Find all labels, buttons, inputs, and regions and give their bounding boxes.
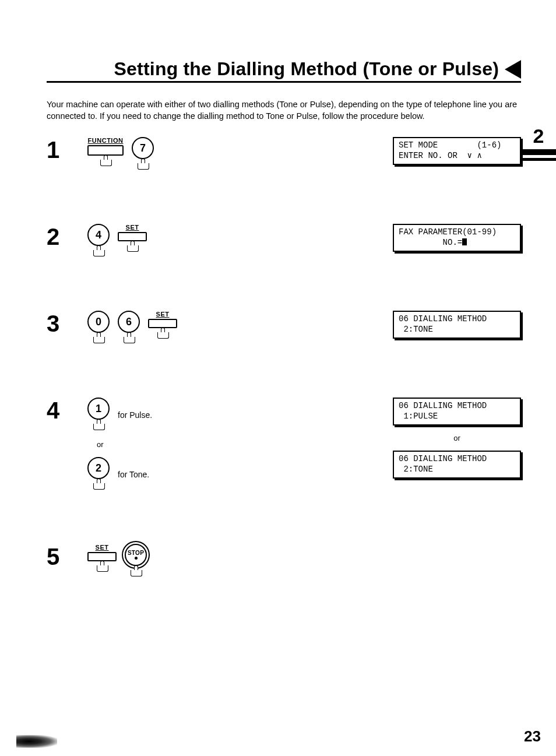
or-label: or bbox=[393, 434, 521, 442]
press-icon bbox=[92, 248, 105, 258]
stop-button: STOP bbox=[125, 544, 147, 578]
scan-artifact-icon bbox=[16, 735, 57, 748]
lcd-line: 06 DIALLING METHOD bbox=[399, 454, 487, 463]
page-title: Setting the Dialling Method (Tone or Pul… bbox=[114, 58, 499, 80]
press-icon bbox=[92, 421, 105, 432]
lcd-line: FAX PARAMETER(01-99) bbox=[399, 227, 497, 237]
chapter-tab: 2 bbox=[521, 126, 556, 161]
section-marker-icon bbox=[505, 60, 521, 79]
press-icon bbox=[156, 330, 170, 340]
set-button: SET bbox=[148, 311, 177, 340]
press-icon bbox=[125, 243, 139, 254]
set-button-label: SET bbox=[96, 544, 109, 551]
set-button: SET bbox=[118, 224, 147, 254]
lcd-line: SET MODE (1-6) bbox=[399, 140, 501, 150]
keypad-digit: 4 bbox=[87, 224, 110, 246]
keypad-2: 2 bbox=[87, 457, 110, 491]
step-3: 3 0 6 SET 06 DIALLING METHOD 2:TONE bbox=[47, 311, 521, 345]
lcd-line: 1:PULSE bbox=[399, 412, 438, 421]
keypad-1: 1 bbox=[87, 398, 110, 432]
step-2: 2 4 SET FAX PARAMETER(01-99) NO.= bbox=[47, 224, 521, 258]
press-icon bbox=[122, 335, 136, 345]
stop-button-label: STOP bbox=[128, 550, 144, 556]
set-button: SET bbox=[87, 544, 117, 574]
keypad-digit: 0 bbox=[87, 311, 110, 333]
intro-paragraph: Your machine can operate with either of … bbox=[47, 99, 521, 122]
step-4: 4 1 for Pulse. or 2 for Tone. bbox=[47, 398, 521, 491]
step-number: 5 bbox=[47, 544, 87, 568]
press-icon bbox=[95, 563, 109, 574]
tab-bar-icon bbox=[521, 158, 556, 161]
keypad-digit: 6 bbox=[118, 311, 140, 333]
title-bar: Setting the Dialling Method (Tone or Pul… bbox=[47, 58, 521, 83]
keypad-4: 4 bbox=[87, 224, 110, 258]
press-icon bbox=[129, 568, 143, 578]
page-number: 23 bbox=[524, 727, 541, 746]
press-icon bbox=[136, 161, 150, 171]
option-label-tone: for Tone. bbox=[118, 470, 149, 479]
lcd-line: 06 DIALLING METHOD bbox=[399, 401, 487, 410]
step-number: 3 bbox=[47, 311, 87, 335]
lcd-line: 2:TONE bbox=[399, 325, 433, 334]
chapter-number: 2 bbox=[521, 126, 556, 146]
function-button-label: FUNCTION bbox=[88, 137, 124, 144]
keypad-digit: 7 bbox=[132, 137, 154, 159]
press-icon bbox=[92, 335, 105, 345]
lcd-line: 06 DIALLING METHOD bbox=[399, 314, 487, 324]
option-label-pulse: for Pulse. bbox=[118, 410, 152, 420]
keypad-digit: 2 bbox=[87, 457, 110, 479]
step-number: 1 bbox=[47, 137, 87, 161]
cursor-icon bbox=[462, 238, 467, 245]
step-number: 4 bbox=[47, 398, 87, 422]
keypad-6: 6 bbox=[118, 311, 140, 345]
lcd-display: 06 DIALLING METHOD 2:TONE bbox=[393, 311, 521, 339]
set-button-label: SET bbox=[126, 224, 139, 231]
keypad-digit: 1 bbox=[87, 398, 110, 420]
press-icon bbox=[92, 481, 105, 491]
keypad-7: 7 bbox=[132, 137, 154, 171]
tab-bar-icon bbox=[521, 149, 556, 155]
step-5: 5 SET STOP bbox=[47, 544, 521, 578]
lcd-line: NO.= bbox=[399, 238, 462, 247]
press-icon bbox=[98, 157, 112, 168]
set-button-label: SET bbox=[156, 311, 170, 318]
function-button: FUNCTION bbox=[87, 137, 124, 168]
lcd-line: 2:TONE bbox=[399, 465, 433, 474]
step-1: 1 FUNCTION 7 SET MODE (1-6) ENTER NO. OR… bbox=[47, 137, 521, 171]
stop-dot-icon bbox=[135, 557, 138, 560]
lcd-display: FAX PARAMETER(01-99) NO.= bbox=[393, 224, 521, 252]
lcd-line: ENTER NO. OR ∨ ∧ bbox=[399, 151, 482, 160]
keypad-0: 0 bbox=[87, 311, 110, 345]
lcd-display: 06 DIALLING METHOD 1:PULSE bbox=[393, 398, 521, 426]
or-label: or bbox=[97, 440, 402, 449]
step-number: 2 bbox=[47, 224, 87, 248]
lcd-display: SET MODE (1-6) ENTER NO. OR ∨ ∧ bbox=[393, 137, 521, 165]
lcd-display: 06 DIALLING METHOD 2:TONE bbox=[393, 451, 521, 479]
